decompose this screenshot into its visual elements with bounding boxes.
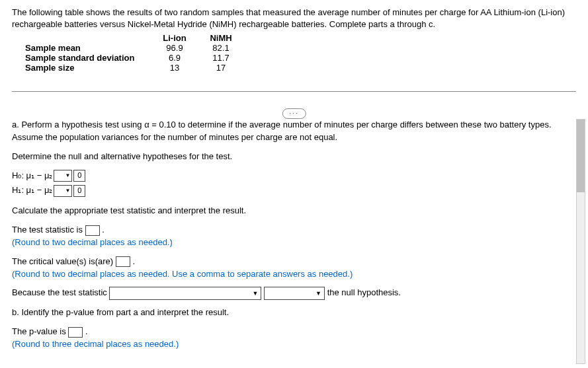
h0-operator-select[interactable] xyxy=(54,170,72,182)
decision-select[interactable] xyxy=(264,287,325,300)
calc-prompt: Calculate the appropriate test statistic… xyxy=(12,205,573,217)
hypotheses-prompt: Determine the null and alternative hypot… xyxy=(12,151,573,163)
row-label-sd: Sample standard deviation xyxy=(25,53,157,63)
h1-operator-select[interactable] xyxy=(54,185,72,197)
part-b-prompt: b. Identify the p-value from part a and … xyxy=(12,307,573,319)
test-statistic-input[interactable] xyxy=(85,225,100,236)
crit-pre: The critical value(s) is(are) xyxy=(12,256,116,266)
because-pre: Because the test statistic xyxy=(12,288,109,298)
h1-value-field[interactable]: 0 xyxy=(73,185,85,197)
question-area: a. Perform a hypothesis test using α = 0… xyxy=(12,119,573,368)
section-divider xyxy=(12,91,576,92)
critical-value-input[interactable] xyxy=(116,256,130,267)
test-stat-pre: The test statistic is xyxy=(12,225,85,235)
test-stat-post: . xyxy=(102,225,105,235)
row-label-mean: Sample mean xyxy=(25,43,157,53)
pval-post: . xyxy=(85,326,88,336)
comparison-select[interactable] xyxy=(109,287,261,300)
col-header-nimh: NiMH xyxy=(204,33,250,43)
n-nimh: 17 xyxy=(204,63,250,73)
round-hint-1: (Round to two decimal places as needed.) xyxy=(12,237,173,247)
h0-row: H₀: μ₁ − μ₂ 0 xyxy=(12,170,573,182)
because-post: the null hypothesis. xyxy=(327,288,401,298)
round-hint-3: (Round to three decimal places as needed… xyxy=(12,339,179,349)
vertical-scrollbar[interactable]: ▲ xyxy=(576,119,585,364)
h0-value-field[interactable]: 0 xyxy=(73,170,85,182)
row-label-n: Sample size xyxy=(25,63,157,73)
crit-post: . xyxy=(132,256,135,266)
pval-pre: The p-value is xyxy=(12,326,68,336)
h1-row: H₁: μ₁ − μ₂ 0 xyxy=(12,184,573,197)
round-hint-2: (Round to two decimal places as needed. … xyxy=(12,269,353,279)
col-header-liion: Li-ion xyxy=(157,33,204,43)
h1-label: H₁: μ₁ − μ₂ xyxy=(12,184,52,197)
sd-nimh: 11.7 xyxy=(204,53,250,63)
expand-badge[interactable]: ··· xyxy=(282,108,306,119)
h0-label: H₀: μ₁ − μ₂ xyxy=(12,170,52,182)
n-liion: 13 xyxy=(157,63,204,73)
p-value-input[interactable] xyxy=(68,327,83,338)
mean-nimh: 82.1 xyxy=(204,43,250,53)
sd-liion: 6.9 xyxy=(157,53,204,63)
part-a-prompt: a. Perform a hypothesis test using α = 0… xyxy=(12,119,573,144)
mean-liion: 96.9 xyxy=(157,43,204,53)
scroll-thumb[interactable] xyxy=(577,120,585,192)
intro-text: The following table shows the results of… xyxy=(12,7,576,30)
data-table: Li-ion NiMH Sample mean 96.9 82.1 Sample… xyxy=(25,33,250,73)
